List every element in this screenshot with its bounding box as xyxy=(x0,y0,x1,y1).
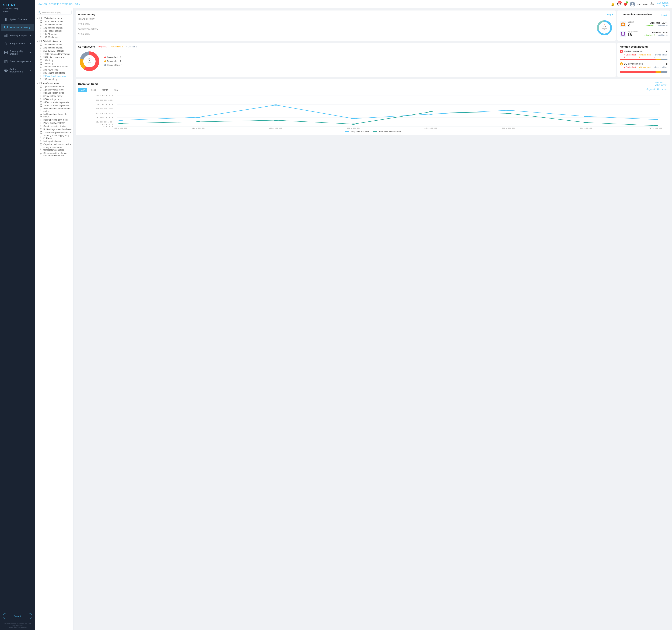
dc-checkbox[interactable] xyxy=(40,40,42,42)
tab-year[interactable]: year xyxy=(112,88,121,92)
ps-day-selector[interactable]: Day ▾ xyxy=(607,13,613,16)
tree-item[interactable]: 3P3W current/voltage meter xyxy=(37,101,72,104)
main-diagram-link[interactable]: Main systemdiagram xyxy=(657,2,669,7)
tree-item[interactable]: 3P3W voltage meter xyxy=(37,95,72,98)
sidebar-item-realtime[interactable]: Real-time monitoring xyxy=(1,24,33,31)
rank2-score: 8 xyxy=(666,63,668,65)
tree-item[interactable]: 102 Incomer cabinet xyxy=(37,26,72,29)
sidebar-item-power-quality[interactable]: Power quality analysis ▾ xyxy=(1,48,33,57)
tree-item[interactable]: Multi-functional non-harmonic meter xyxy=(37,107,72,113)
rank2-fault-bar xyxy=(620,71,655,73)
check-link[interactable]: Check xyxy=(661,14,668,17)
rank2-alert: ● Device alert 1 xyxy=(639,66,651,70)
tree-item[interactable]: 105 PT cabinet xyxy=(37,32,72,36)
interface-checkbox[interactable] xyxy=(40,82,42,84)
content-area: 🔍 Please enter the query ▼ HV-distributi… xyxy=(35,8,672,630)
tree-item[interactable]: BUS voltage protection device xyxy=(37,128,72,131)
cockpit-button[interactable]: Cockpit xyxy=(3,613,32,619)
hamburger-icon[interactable]: ☰ xyxy=(29,3,32,7)
tree-item-highlighted[interactable]: 207 Air Conditioner loop xyxy=(37,75,72,78)
topbar-left: JIANGSU SFERE ELECTRIC CO. LDT. ▾ xyxy=(39,3,80,5)
tree-item[interactable]: 2# Dry-type transformer xyxy=(37,56,72,59)
tab-day[interactable]: Day xyxy=(78,88,87,92)
tree-item[interactable]: 205 Power loop xyxy=(37,68,72,71)
legend-today: Today's demand value xyxy=(345,130,369,132)
tree-item[interactable]: 1 phase voltage meter xyxy=(37,88,72,91)
trend-title: Operation trend xyxy=(78,82,98,86)
tree-item[interactable]: Dry-type transformer temperature control… xyxy=(37,146,72,151)
row2: Current event ● Urgent: 2 ● Important: 2… xyxy=(76,43,670,77)
company-selector[interactable]: JIANGSU SFERE ELECTRIC CO. LDT. ▾ xyxy=(39,3,80,5)
users-icon[interactable] xyxy=(650,2,654,6)
tree-item[interactable]: 201 Incomer cabinet xyxy=(37,43,72,46)
tree-item[interactable]: Circuit protection device xyxy=(37,125,72,128)
svg-point-8 xyxy=(631,3,633,4)
svg-point-59 xyxy=(653,119,658,120)
tree-item[interactable]: 206 lighting socket loop xyxy=(37,71,72,75)
tree-item[interactable]: Transformer protection device xyxy=(37,131,72,134)
sidebar-item-system-mgmt[interactable]: System management ▾ xyxy=(1,66,33,75)
tree-item[interactable]: Power quality Analyzer xyxy=(37,121,72,125)
tree-item[interactable]: 101 Incomer cabinet xyxy=(37,23,72,26)
sidebar-logo: ☰ SFERE Power monitoringsystem xyxy=(0,0,35,14)
tree-item[interactable]: 203-2 loop xyxy=(37,62,72,65)
tree-search-box[interactable]: 🔍 Please enter the query xyxy=(37,10,72,15)
tree-group-interface-label[interactable]: ▼ Interface example xyxy=(37,81,72,85)
tab-month[interactable]: month xyxy=(99,88,111,92)
tree-item[interactable]: 3 phase current meter xyxy=(37,91,72,95)
sidebar-item-system-overview[interactable]: System Overview xyxy=(1,16,33,23)
tree-item[interactable]: 208 spare loop xyxy=(37,78,72,81)
tree-item[interactable]: 106 DC display xyxy=(37,36,72,39)
hv-group-name: HV-distribution room xyxy=(43,17,62,19)
company-arrow-icon: ▾ xyxy=(79,3,80,5)
tree-item[interactable]: 100 BUSBAR cabinet xyxy=(37,20,72,23)
svg-rect-1 xyxy=(5,35,5,37)
svg-text:400.0: 400.0 xyxy=(96,95,113,97)
tab-week[interactable]: week xyxy=(88,88,98,92)
svg-rect-19 xyxy=(621,23,625,26)
tree-item[interactable]: 1# Oil-immersed transformer xyxy=(37,52,72,56)
tree-item[interactable]: Multi-functional harmonic meter xyxy=(37,113,72,118)
bell-icon[interactable]: 🔔 xyxy=(611,2,615,6)
segment-selector[interactable]: Segment 1# incomer ▾ xyxy=(646,88,668,92)
tree-item[interactable]: Multi-functional tariff meter xyxy=(37,118,72,121)
ranking-1-bar xyxy=(620,59,668,60)
tree-item[interactable]: Capacitor bank control device xyxy=(37,143,72,146)
user-info[interactable]: User name xyxy=(630,2,648,7)
gates-offline-dot: ● Offline : 0 xyxy=(657,24,668,27)
tree-group-dc: ▼ DC-distribution room 201 Incomer cabin… xyxy=(37,40,72,81)
tree-item[interactable]: 210 BUSBAR cabinet xyxy=(37,49,72,52)
tree-item[interactable]: Motor protection device xyxy=(37,140,72,143)
yesterday-line-icon xyxy=(373,131,377,132)
equipment-online-ratio: Online ratio 85 % xyxy=(644,31,668,34)
sidebar-item-event[interactable]: Event management ▾ xyxy=(1,57,33,65)
tree-item[interactable]: 103 Feeder cabinet xyxy=(37,29,72,32)
demand-link[interactable]: Demandvalue curve ▾ xyxy=(655,81,668,86)
tree-group-dc-label[interactable]: ▼ DC-distribution room xyxy=(37,40,72,43)
tree-item[interactable]: 203-1 loop xyxy=(37,59,72,62)
tree-item[interactable]: 1 phase current meter xyxy=(37,85,72,88)
hv-checkbox[interactable] xyxy=(40,17,42,19)
tree-item[interactable]: 3P4W current/voltage meter xyxy=(37,104,72,107)
rank1-fault-bar xyxy=(620,59,655,60)
chart-area: 400.0 350.0 300.0 250.0 200.0 150.0 100.… xyxy=(78,94,668,129)
sidebar-item-running[interactable]: Running analysis ▾ xyxy=(1,32,33,39)
sidebar-item-energy[interactable]: Energy analysis ▾ xyxy=(1,40,33,47)
ps-today-label: Today's electricity xyxy=(78,18,594,20)
tree-item[interactable]: 204 capacitor bank cabinet xyxy=(37,65,72,68)
svg-text:0:00: 0:00 xyxy=(114,127,127,129)
today-line-icon xyxy=(345,131,349,132)
legend-yesterday: Yesterday's demand value xyxy=(373,130,401,132)
event-donut-svg: 5 Total xyxy=(78,50,101,73)
tree-item[interactable]: 3P4W voltage meter xyxy=(37,98,72,101)
fault-dot xyxy=(104,56,106,58)
tree-item[interactable]: Standby power supply bring-in device xyxy=(37,134,72,140)
tree-item[interactable]: 202 Incomer cabinet xyxy=(37,46,72,49)
alert-icon[interactable]: 🔴 6 xyxy=(624,2,627,6)
chart-legend: Today's demand value Yesterday's demand … xyxy=(78,130,668,132)
tree-group-hv-label[interactable]: ▼ HV-distribution room xyxy=(37,17,72,20)
event-icon xyxy=(4,60,8,63)
tree-item[interactable]: Oil-immersed transformer temperature con… xyxy=(37,151,72,157)
svg-point-53 xyxy=(196,117,201,118)
notification-icon[interactable]: 💬 99+ xyxy=(617,2,621,6)
